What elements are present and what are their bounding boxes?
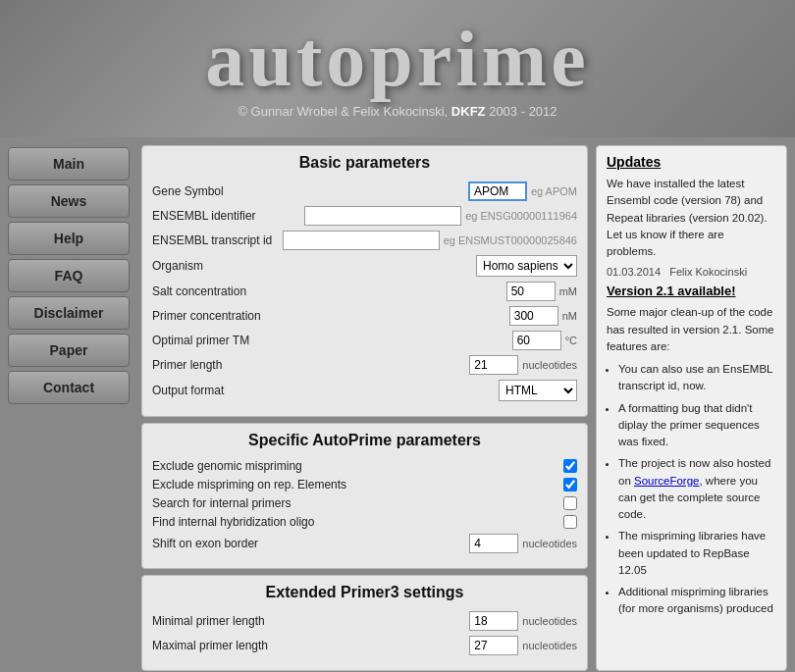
basic-params-section: Basic parameters Gene Symbol eg APOM ENS… bbox=[141, 145, 588, 417]
updates-title: Updates bbox=[607, 154, 776, 170]
basic-params-title: Basic parameters bbox=[142, 146, 587, 178]
feature-list: You can also use an EnsEMBL transcript i… bbox=[607, 361, 776, 618]
max-primer-length-label: Maximal primer length bbox=[152, 639, 469, 652]
update-date: 01.03.2014 Felix Kokocinski bbox=[607, 266, 776, 278]
specific-params-title: Specific AutoPrime parameters bbox=[142, 424, 587, 455]
ensembl-id-input[interactable] bbox=[304, 206, 461, 226]
gene-symbol-label: Gene Symbol bbox=[152, 184, 468, 198]
feature-1: You can also use an EnsEMBL transcript i… bbox=[618, 361, 776, 395]
output-format-select[interactable]: HTML Text bbox=[499, 380, 577, 401]
max-primer-length-row: Maximal primer length nucleotides bbox=[152, 636, 577, 655]
sidebar: Main News Help FAQ Disclaimer Paper Cont… bbox=[0, 137, 137, 672]
ensembl-transcript-label: ENSEMBL transcript id bbox=[152, 233, 283, 247]
optimal-tm-input[interactable] bbox=[512, 331, 561, 350]
salt-conc-input[interactable] bbox=[506, 282, 556, 301]
nav-paper[interactable]: Paper bbox=[8, 334, 130, 367]
feature-5: Additional mispriming libraries (for mor… bbox=[618, 584, 776, 618]
exclude-rep-label: Exclude mispriming on rep. Elements bbox=[152, 478, 563, 491]
nav-news[interactable]: News bbox=[8, 184, 130, 218]
primer-length-label: Primer length bbox=[152, 358, 469, 372]
gene-symbol-wrap: eg APOM bbox=[468, 181, 577, 201]
optimal-tm-row: Optimal primer TM °C bbox=[152, 331, 577, 350]
salt-conc-wrap: mM bbox=[506, 282, 577, 301]
primer-length-unit: nucleotides bbox=[522, 359, 577, 371]
min-primer-length-label: Minimal primer length bbox=[152, 614, 469, 628]
output-format-row: Output format HTML Text bbox=[152, 380, 577, 401]
nav-help[interactable]: Help bbox=[8, 222, 130, 255]
min-primer-length-row: Minimal primer length nucleotides bbox=[152, 611, 577, 631]
organism-row: Organism Homo sapiens Mus musculus bbox=[152, 255, 577, 277]
find-hybridization-label: Find internal hybridization oligo bbox=[152, 515, 563, 529]
feature-4: The mispriming libraries have been updat… bbox=[618, 528, 776, 579]
form-panel: Basic parameters Gene Symbol eg APOM ENS… bbox=[141, 145, 588, 671]
optimal-tm-label: Optimal primer TM bbox=[152, 334, 512, 347]
sourceforge-link[interactable]: SourceForge bbox=[634, 475, 699, 487]
min-primer-length-unit: nucleotides bbox=[522, 615, 577, 627]
primer-conc-input[interactable] bbox=[509, 306, 558, 326]
max-primer-length-input[interactable] bbox=[469, 636, 518, 655]
version-intro: Some major clean-up of the code has resu… bbox=[607, 304, 776, 355]
gene-symbol-row: Gene Symbol eg APOM bbox=[152, 181, 577, 201]
exclude-genomic-label: Exclude genomic mispriming bbox=[152, 459, 563, 473]
min-primer-length-wrap: nucleotides bbox=[469, 611, 577, 631]
exclude-genomic-row: Exclude genomic mispriming bbox=[152, 459, 577, 473]
max-primer-length-unit: nucleotides bbox=[522, 640, 577, 651]
content: Basic parameters Gene Symbol eg APOM ENS… bbox=[137, 137, 795, 672]
feature-2: A formatting bug that didn't diplay the … bbox=[618, 400, 776, 451]
ensembl-transcript-hint: eg ENSMUST00000025846 bbox=[444, 234, 577, 246]
shift-exon-wrap: nucleotides bbox=[469, 534, 577, 553]
organism-wrap: Homo sapiens Mus musculus bbox=[476, 255, 577, 277]
organism-select[interactable]: Homo sapiens Mus musculus bbox=[476, 255, 577, 277]
find-hybridization-checkbox[interactable] bbox=[563, 515, 577, 529]
nav-faq[interactable]: FAQ bbox=[8, 259, 130, 292]
exclude-rep-row: Exclude mispriming on rep. Elements bbox=[152, 478, 577, 491]
primer-conc-label: Primer concentration bbox=[152, 309, 509, 323]
primer-length-row: Primer length nucleotides bbox=[152, 355, 577, 375]
primer-conc-unit: nM bbox=[562, 310, 577, 322]
copyright: © Gunnar Wrobel & Felix Kokocinski, DKFZ… bbox=[238, 104, 556, 119]
salt-conc-label: Salt concentration bbox=[152, 284, 506, 298]
nav-disclaimer[interactable]: Disclaimer bbox=[8, 296, 130, 330]
optimal-tm-wrap: °C bbox=[512, 331, 577, 350]
optimal-tm-unit: °C bbox=[565, 335, 577, 346]
salt-conc-unit: mM bbox=[559, 285, 577, 297]
search-internal-checkbox[interactable] bbox=[563, 496, 577, 510]
primer-length-wrap: nucleotides bbox=[469, 355, 577, 375]
ensembl-transcript-input[interactable] bbox=[283, 231, 440, 250]
version-title: Version 2.1 available! bbox=[607, 284, 776, 298]
extended-params-body: Minimal primer length nucleotides Maxima… bbox=[142, 607, 587, 670]
primer-length-input[interactable] bbox=[469, 355, 518, 375]
salt-conc-row: Salt concentration mM bbox=[152, 282, 577, 301]
gene-symbol-hint: eg APOM bbox=[531, 185, 577, 197]
ensembl-id-row: ENSEMBL identifier eg ENSG00000111964 bbox=[152, 206, 577, 226]
search-internal-label: Search for internal primers bbox=[152, 496, 563, 510]
find-hybridization-row: Find internal hybridization oligo bbox=[152, 515, 577, 529]
shift-exon-input[interactable] bbox=[469, 534, 518, 553]
primer-conc-row: Primer concentration nM bbox=[152, 306, 577, 326]
shift-exon-row: Shift on exon border nucleotides bbox=[152, 534, 577, 553]
gene-symbol-input[interactable] bbox=[468, 181, 527, 201]
ensembl-id-hint: eg ENSG00000111964 bbox=[465, 210, 577, 222]
ensembl-transcript-row: ENSEMBL transcript id eg ENSMUST00000025… bbox=[152, 231, 577, 250]
specific-params-section: Specific AutoPrime parameters Exclude ge… bbox=[141, 423, 588, 569]
nav-contact[interactable]: Contact bbox=[8, 371, 130, 404]
ensembl-transcript-wrap: eg ENSMUST00000025846 bbox=[283, 231, 577, 250]
max-primer-length-wrap: nucleotides bbox=[469, 636, 577, 655]
exclude-genomic-checkbox[interactable] bbox=[563, 459, 577, 473]
exclude-rep-checkbox[interactable] bbox=[563, 478, 577, 491]
search-internal-row: Search for internal primers bbox=[152, 496, 577, 510]
feature-3: The project is now also hosted on Source… bbox=[618, 455, 776, 523]
specific-params-body: Exclude genomic mispriming Exclude mispr… bbox=[142, 455, 587, 568]
main-layout: Main News Help FAQ Disclaimer Paper Cont… bbox=[0, 137, 795, 672]
ensembl-id-label: ENSEMBL identifier bbox=[152, 209, 304, 223]
logo: autoprime bbox=[205, 20, 590, 98]
header: autoprime © Gunnar Wrobel & Felix Kokoci… bbox=[0, 0, 795, 137]
primer-conc-wrap: nM bbox=[509, 306, 577, 326]
min-primer-length-input[interactable] bbox=[469, 611, 518, 631]
organism-label: Organism bbox=[152, 259, 476, 273]
nav-main[interactable]: Main bbox=[8, 147, 130, 181]
shift-exon-unit: nucleotides bbox=[522, 538, 577, 549]
ensembl-id-wrap: eg ENSG00000111964 bbox=[304, 206, 577, 226]
update-text: We have installed the latest Ensembl cod… bbox=[607, 176, 776, 260]
extended-params-section: Extended Primer3 settings Minimal primer… bbox=[141, 575, 588, 671]
